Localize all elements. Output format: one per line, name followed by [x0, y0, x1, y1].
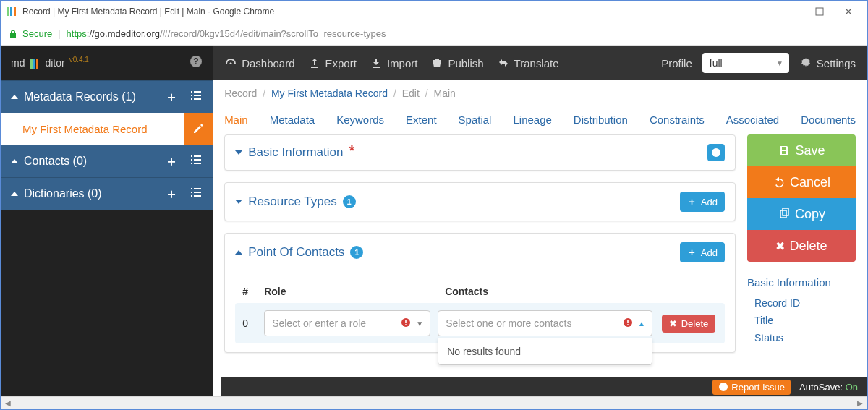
tab-main[interactable]: Main	[224, 114, 248, 126]
role-select[interactable]: Select or enter a role ▼	[264, 310, 430, 336]
svg-rect-8	[191, 95, 192, 96]
tab-constraints[interactable]: Constraints	[650, 114, 705, 126]
chevron-down-icon	[235, 150, 242, 155]
nav-publish[interactable]: Publish	[430, 56, 483, 69]
add-contact-icon[interactable]: ＋	[165, 153, 178, 170]
svg-rect-29	[627, 324, 629, 325]
import-icon	[370, 56, 383, 69]
section-nav: Basic Information Record ID Title Status	[747, 276, 856, 346]
app-sidebar: md ditor v0.4.1 ? Metadata Records (1) ＋	[1, 46, 213, 398]
chevron-up-icon: ▲	[636, 320, 647, 328]
tab-spatial[interactable]: Spatial	[459, 114, 492, 126]
sidebar-section-metadata-records[interactable]: Metadata Records (1) ＋	[1, 80, 213, 113]
add-contact-button[interactable]: ＋Add	[680, 242, 725, 262]
svg-rect-31	[783, 208, 788, 215]
breadcrumb: Record / My First Metadata Record / Edit…	[213, 80, 867, 106]
lock-icon	[8, 29, 18, 39]
column-contacts-header: Contacts	[445, 286, 660, 297]
add-record-icon[interactable]: ＋	[165, 88, 178, 106]
record-item-label: My First Metadata Record	[1, 114, 184, 144]
cancel-button[interactable]: Cancel	[747, 166, 856, 198]
delete-row-button[interactable]: ✖Delete	[662, 315, 716, 333]
panel-poc-header[interactable]: Point Of Contacts 1 ＋Add	[225, 234, 735, 271]
svg-rect-28	[627, 320, 629, 323]
close-icon: ✖	[775, 239, 785, 253]
scroll-left-icon[interactable]: ◀	[2, 398, 14, 409]
nav-export[interactable]: Export	[308, 56, 357, 69]
warning-icon	[623, 317, 633, 330]
window-close-button[interactable]	[834, 1, 863, 22]
tab-distribution[interactable]: Distribution	[574, 114, 628, 126]
scroll-right-icon[interactable]: ▶	[854, 398, 866, 409]
edit-record-button[interactable]	[184, 113, 213, 145]
nav-settings[interactable]: Settings	[799, 56, 856, 69]
tab-keywords[interactable]: Keywords	[336, 114, 384, 126]
browser-url[interactable]: https://go.mdeditor.org/#/record/0kgv15d…	[67, 28, 386, 39]
tab-bar: Main Metadata Keywords Extent Spatial Li…	[213, 106, 867, 134]
panel-resource-header[interactable]: Resource Types 1 ＋Add	[225, 183, 735, 221]
window-maximize-button[interactable]	[805, 1, 834, 22]
chevron-down-icon: ▼	[414, 320, 425, 328]
publish-icon	[430, 56, 443, 69]
svg-rect-11	[194, 98, 201, 100]
secure-indicator: Secure	[8, 28, 52, 39]
status-indicator[interactable]	[707, 144, 725, 161]
chevron-up-icon	[235, 250, 242, 255]
svg-rect-26	[405, 324, 407, 325]
panel-basic-information: Basic Information *	[224, 134, 736, 171]
svg-rect-7	[194, 91, 201, 93]
window-minimize-button[interactable]	[776, 1, 805, 22]
nav-translate[interactable]: Translate	[497, 56, 559, 69]
svg-rect-18	[191, 188, 192, 189]
section-nav-item[interactable]: Title	[747, 312, 856, 329]
list-icon[interactable]	[190, 153, 203, 170]
tab-extent[interactable]: Extent	[406, 114, 437, 126]
contacts-dropdown: No results found	[438, 338, 652, 365]
list-icon[interactable]	[190, 89, 203, 106]
svg-rect-9	[194, 95, 201, 96]
copy-button[interactable]: Copy	[747, 198, 856, 230]
report-issue-button[interactable]: Report Issue	[712, 380, 791, 395]
horizontal-scrollbar[interactable]: ◀ ▶	[1, 396, 867, 409]
svg-rect-15	[194, 159, 201, 161]
github-icon	[718, 382, 728, 392]
contacts-select[interactable]: Select one or more contacts ▲	[438, 310, 652, 336]
svg-rect-13	[194, 155, 201, 157]
save-button[interactable]: Save	[747, 134, 856, 166]
tab-metadata[interactable]: Metadata	[270, 114, 315, 126]
column-index-header: #	[242, 286, 264, 297]
count-badge: 1	[350, 246, 363, 259]
sidebar-section-contacts[interactable]: Contacts (0) ＋	[1, 145, 213, 177]
poc-row: 0 Select or enter a role ▼	[235, 303, 725, 343]
tab-lineage[interactable]: Lineage	[513, 114, 551, 126]
brand-bar: md ditor v0.4.1 ?	[1, 46, 213, 80]
sidebar-section-dictionaries[interactable]: Dictionaries (0) ＋	[1, 177, 213, 210]
profile-select[interactable]: full ▼	[702, 53, 789, 73]
svg-rect-12	[191, 155, 192, 157]
svg-rect-19	[194, 188, 201, 189]
panel-basic-header[interactable]: Basic Information *	[225, 135, 735, 170]
nav-dashboard[interactable]: Dashboard	[224, 56, 294, 69]
tab-associated[interactable]: Associated	[726, 114, 779, 126]
warning-icon	[401, 317, 411, 330]
breadcrumb-item: Edit	[402, 87, 420, 99]
svg-rect-17	[194, 163, 201, 164]
sidebar-record-item[interactable]: My First Metadata Record	[1, 113, 213, 145]
add-resource-type-button[interactable]: ＋Add	[680, 192, 725, 212]
pencil-icon	[192, 122, 205, 135]
list-icon[interactable]	[190, 186, 203, 202]
required-icon: *	[349, 142, 354, 159]
breadcrumb-link[interactable]: My First Metadata Record	[271, 87, 388, 99]
nav-import[interactable]: Import	[370, 56, 418, 69]
delete-button[interactable]: ✖ Delete	[747, 230, 856, 262]
brand-logo-icon	[30, 57, 39, 69]
section-nav-header[interactable]: Basic Information	[747, 276, 856, 289]
section-nav-item[interactable]: Record ID	[747, 294, 856, 312]
help-icon[interactable]: ?	[190, 55, 203, 72]
section-nav-item[interactable]: Status	[747, 329, 856, 346]
save-icon	[778, 144, 791, 157]
profile-label: Profile	[661, 57, 692, 69]
add-dictionary-icon[interactable]: ＋	[165, 185, 178, 202]
tab-documents[interactable]: Documents	[801, 114, 856, 126]
svg-rect-21	[194, 192, 201, 193]
